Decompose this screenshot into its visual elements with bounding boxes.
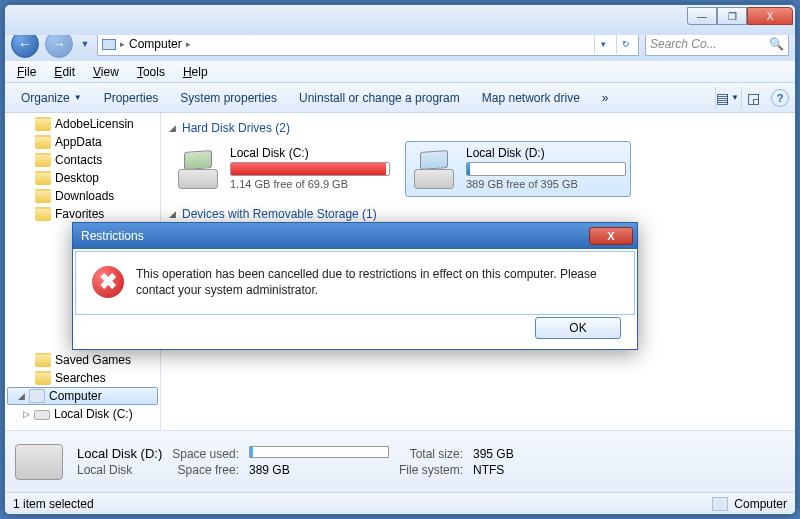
tree-folder[interactable]: Downloads [5, 187, 160, 205]
usage-bar [230, 162, 390, 176]
dialog-message: This operation has been cancelled due to… [136, 266, 618, 300]
tree-folder[interactable]: Saved Games [5, 351, 160, 369]
organize-button[interactable]: Organize▼ [11, 87, 92, 109]
drive-d[interactable]: Local Disk (D:) 389 GB free of 395 GB [405, 141, 631, 197]
titlebar: — ❐ X [5, 5, 795, 35]
group-hard-disk-drives[interactable]: ◢Hard Disk Drives (2) [169, 121, 787, 135]
drive-free-text: 389 GB free of 395 GB [466, 178, 626, 190]
folder-icon [35, 153, 51, 167]
restrictions-dialog: Restrictions X ✖ This operation has been… [72, 222, 638, 350]
folder-icon [35, 135, 51, 149]
tree-folder[interactable]: Contacts [5, 151, 160, 169]
drive-free-text: 1.14 GB free of 69.9 GB [230, 178, 390, 190]
ok-button[interactable]: OK [535, 317, 621, 339]
uninstall-button[interactable]: Uninstall or change a program [289, 87, 470, 109]
menu-help[interactable]: Help [175, 63, 216, 81]
preview-pane-button[interactable]: ◲ [741, 87, 765, 109]
label-file-system: File system: [399, 463, 463, 477]
folder-icon [35, 371, 51, 385]
folder-icon [35, 353, 51, 367]
usage-bar [466, 162, 626, 176]
help-button[interactable]: ? [771, 89, 789, 107]
folder-icon [35, 207, 51, 221]
dialog-title: Restrictions [81, 229, 144, 243]
drive-c[interactable]: Local Disk (C:) 1.14 GB free of 69.9 GB [169, 141, 395, 197]
dialog-titlebar[interactable]: Restrictions X [73, 223, 637, 249]
details-subtitle: Local Disk [77, 463, 162, 477]
menu-view[interactable]: View [85, 63, 127, 81]
dialog-close-button[interactable]: X [589, 227, 633, 245]
folder-icon [35, 171, 51, 185]
drive-icon [174, 149, 222, 189]
command-bar: Organize▼ Properties System properties U… [5, 83, 795, 113]
drive-label: Local Disk (D:) [466, 146, 626, 160]
details-pane: Local Disk (D:) Space used: Total size: … [5, 430, 795, 492]
menu-tools[interactable]: Tools [129, 63, 173, 81]
value-space-free: 389 GB [249, 463, 389, 477]
tree-local-disk-c[interactable]: ▷Local Disk (C:) [5, 405, 160, 423]
folder-icon [35, 189, 51, 203]
nav-history-dropdown[interactable]: ▼ [79, 32, 91, 56]
tree-folder[interactable]: Favorites [5, 205, 160, 223]
computer-icon [29, 389, 45, 403]
status-text: 1 item selected [13, 497, 94, 511]
minimize-button[interactable]: — [687, 7, 717, 25]
tree-folder[interactable]: Desktop [5, 169, 160, 187]
error-icon: ✖ [92, 266, 124, 298]
search-icon: 🔍 [769, 37, 784, 51]
details-title: Local Disk (D:) [77, 446, 162, 461]
search-input[interactable]: Search Co... 🔍 [645, 32, 789, 56]
computer-icon [712, 497, 728, 511]
menu-file[interactable]: File [9, 63, 44, 81]
tree-folder[interactable]: Searches [5, 369, 160, 387]
map-drive-button[interactable]: Map network drive [472, 87, 590, 109]
label-space-free: Space free: [172, 463, 239, 477]
tree-computer[interactable]: ◢Computer [7, 387, 158, 405]
value-space-used [249, 446, 389, 461]
tree-folder[interactable]: AdobeLicensin [5, 115, 160, 133]
group-removable-storage[interactable]: ◢Devices with Removable Storage (1) [169, 207, 787, 221]
status-location: Computer [734, 497, 787, 511]
address-dropdown[interactable]: ▾ [594, 34, 612, 54]
tree-folder[interactable]: AppData [5, 133, 160, 151]
label-total-size: Total size: [399, 447, 463, 461]
address-bar[interactable]: ▸ Computer ▸ ▾ ↻ [97, 32, 639, 56]
menu-edit[interactable]: Edit [46, 63, 83, 81]
toolbar-overflow[interactable]: » [592, 87, 619, 109]
maximize-button[interactable]: ❐ [717, 7, 747, 25]
menu-bar: File Edit View Tools Help [5, 61, 795, 83]
status-bar: 1 item selected Computer [5, 492, 795, 514]
view-options-button[interactable]: ▤▼ [715, 87, 739, 109]
refresh-button[interactable]: ↻ [616, 34, 634, 54]
properties-button[interactable]: Properties [94, 87, 169, 109]
folder-icon [35, 117, 51, 131]
drive-icon [34, 410, 50, 420]
close-button[interactable]: X [747, 7, 793, 25]
value-file-system: NTFS [473, 463, 514, 477]
drive-icon [410, 149, 458, 189]
drive-icon [15, 444, 63, 480]
chevron-right-icon[interactable]: ▸ [120, 39, 125, 49]
drive-label: Local Disk (C:) [230, 146, 390, 160]
value-total-size: 395 GB [473, 447, 514, 461]
breadcrumb-computer[interactable]: Computer [129, 37, 182, 51]
computer-icon [102, 39, 116, 50]
search-placeholder: Search Co... [650, 37, 717, 51]
system-properties-button[interactable]: System properties [170, 87, 287, 109]
label-space-used: Space used: [172, 447, 239, 461]
chevron-right-icon[interactable]: ▸ [186, 39, 191, 49]
